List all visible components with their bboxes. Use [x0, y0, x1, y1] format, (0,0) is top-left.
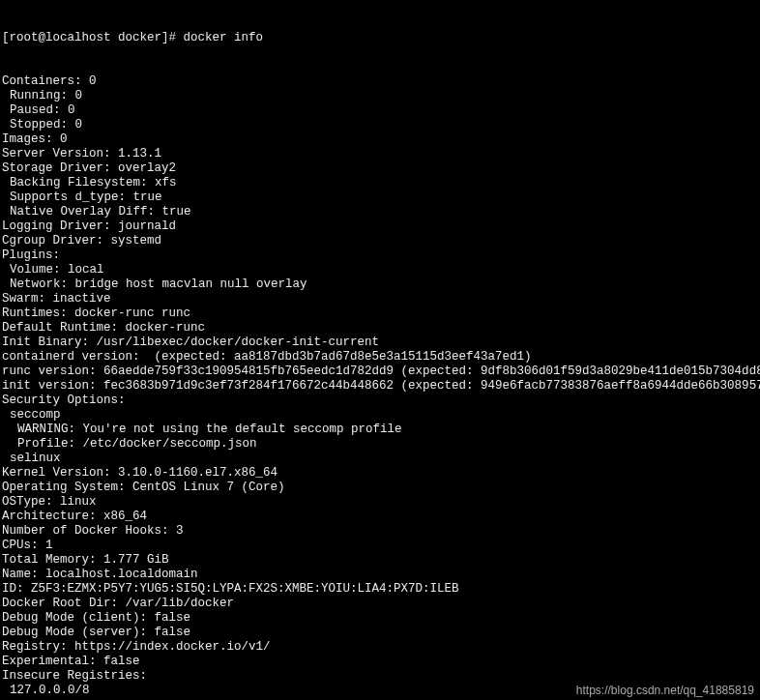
output-line: Supports d_type: true [2, 190, 758, 205]
output-line: CPUs: 1 [2, 539, 758, 553]
output-line: seccomp [2, 408, 758, 423]
output-line: Server Version: 1.13.1 [2, 147, 758, 161]
output-line: containerd version: (expected: aa8187dbd… [2, 350, 758, 365]
output-line: init version: fec3683b971d9c3ef73f284f17… [2, 379, 758, 394]
output-line: Kernel Version: 3.10.0-1160.el7.x86_64 [2, 466, 758, 481]
output-line: Operating System: CentOS Linux 7 (Core) [2, 481, 758, 495]
output-line: ID: Z5F3:EZMX:P5Y7:YUG5:SI5Q:LYPA:FX2S:X… [2, 582, 758, 597]
output-line: Number of Docker Hooks: 3 [2, 524, 758, 539]
output-line: Init Binary: /usr/libexec/docker/docker-… [2, 335, 758, 350]
output-line: Cgroup Driver: systemd [2, 234, 758, 248]
output-line: OSType: linux [2, 495, 758, 510]
output-line: Images: 0 [2, 132, 758, 147]
output-line: Storage Driver: overlay2 [2, 161, 758, 176]
output-line: Architecture: x86_64 [2, 510, 758, 524]
output-line: Paused: 0 [2, 103, 758, 118]
output-line: Debug Mode (client): false [2, 611, 758, 626]
watermark-text: https://blog.csdn.net/qq_41885819 [576, 684, 754, 698]
output-line: Docker Root Dir: /var/lib/docker [2, 597, 758, 611]
output-line: Insecure Registries: [2, 669, 758, 684]
output-line: Profile: /etc/docker/seccomp.json [2, 437, 758, 452]
output-line: Default Runtime: docker-runc [2, 321, 758, 335]
output-line: Debug Mode (server): false [2, 626, 758, 640]
output-line: Network: bridge host macvlan null overla… [2, 277, 758, 292]
output-line: Native Overlay Diff: true [2, 205, 758, 219]
output-line: Containers: 0 [2, 74, 758, 89]
output-line: WARNING: You're not using the default se… [2, 423, 758, 437]
output-line: Logging Driver: journald [2, 219, 758, 234]
output-line: Experimental: false [2, 655, 758, 669]
output-line: Backing Filesystem: xfs [2, 176, 758, 190]
output-line: Plugins: [2, 248, 758, 263]
output-line: Stopped: 0 [2, 118, 758, 132]
output-line: Runtimes: docker-runc runc [2, 306, 758, 321]
output-lines: Containers: 0Running: 0Paused: 0Stopped:… [2, 74, 758, 698]
output-line: Security Options: [2, 394, 758, 408]
output-line: Running: 0 [2, 89, 758, 103]
output-line: Swarm: inactive [2, 292, 758, 306]
output-line: selinux [2, 452, 758, 466]
output-line: Registry: https://index.docker.io/v1/ [2, 640, 758, 655]
output-line: Volume: local [2, 263, 758, 277]
terminal-output: [root@localhost docker]# docker info Con… [2, 2, 758, 700]
output-line: Name: localhost.localdomain [2, 568, 758, 582]
output-line: runc version: 66aedde759f33c190954815fb7… [2, 365, 758, 379]
output-line: Total Memory: 1.777 GiB [2, 553, 758, 568]
prompt-line: [root@localhost docker]# docker info [2, 31, 758, 45]
